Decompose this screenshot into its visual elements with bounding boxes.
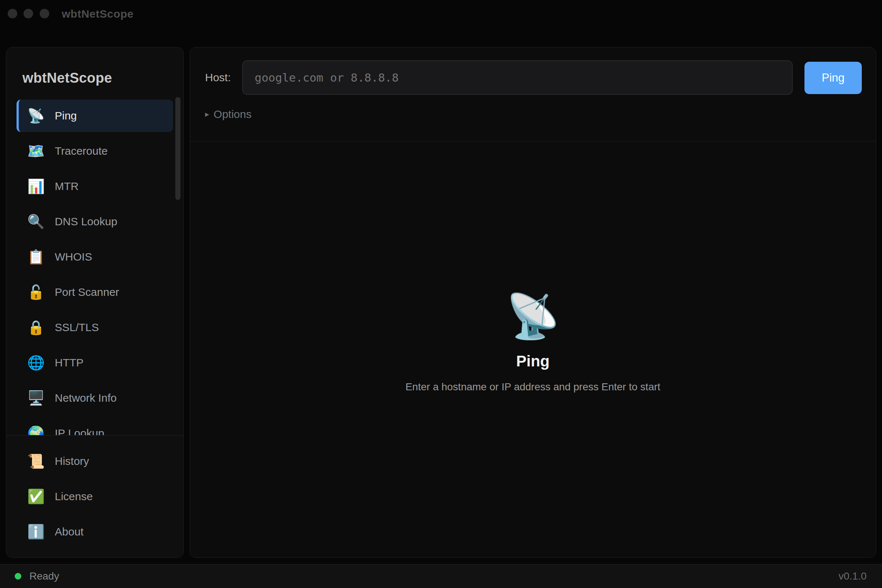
- sidebar-item-http[interactable]: 🌐 HTTP: [16, 346, 173, 379]
- world-map-icon: 🗺️: [28, 144, 45, 158]
- closed-lock-icon: 🔒: [28, 321, 45, 334]
- sidebar-item-label: WHOIS: [55, 250, 92, 263]
- sidebar-item-label: History: [55, 455, 89, 468]
- sidebar-item-label: IP Lookup: [55, 427, 104, 435]
- app-title: wbtNetScope: [22, 70, 112, 86]
- empty-state-title: Ping: [516, 352, 550, 370]
- sidebar-scrollbar-thumb[interactable]: [175, 97, 180, 200]
- sidebar-item-label: About: [55, 525, 83, 538]
- sidebar-item-label: SSL/TLS: [55, 321, 99, 334]
- sidebar-item-dns-lookup[interactable]: 🔍 DNS Lookup: [16, 206, 173, 238]
- app-version: v0.1.0: [838, 570, 867, 582]
- sidebar-item-label: License: [55, 490, 93, 503]
- sidebar-item-label: HTTP: [55, 357, 83, 369]
- ping-button[interactable]: Ping: [804, 62, 862, 94]
- window-close-button[interactable]: [8, 9, 17, 18]
- sidebar-item-label: Traceroute: [55, 145, 108, 157]
- window-zoom-button[interactable]: [40, 9, 49, 18]
- sidebar-item-ping[interactable]: 📡 Ping: [16, 100, 173, 132]
- main-panel: Host: Ping ▸ Options 📡 Ping Enter a host…: [190, 47, 876, 558]
- sidebar-item-label: MTR: [55, 180, 79, 193]
- options-label: Options: [213, 108, 251, 120]
- sidebar-nav: 📡 Ping 🗺️ Traceroute 📊 MTR 🔍 DNS Lookup …: [6, 100, 183, 435]
- sidebar-item-traceroute[interactable]: 🗺️ Traceroute: [16, 135, 173, 167]
- earth-globe-icon: 🌍: [28, 426, 45, 435]
- satellite-antenna-icon: 📡: [28, 109, 45, 123]
- sidebar-item-history[interactable]: 📜 History: [16, 445, 173, 477]
- status-bar: Ready v0.1.0: [0, 564, 882, 588]
- desktop-computer-icon: 🖥️: [28, 391, 45, 405]
- sidebar-item-port-scanner[interactable]: 🔓 Port Scanner: [16, 276, 173, 308]
- globe-meridians-icon: 🌐: [28, 356, 45, 370]
- sidebar-item-mtr[interactable]: 📊 MTR: [16, 170, 173, 202]
- status-green-dot-icon: [15, 573, 21, 579]
- sidebar-item-label: Ping: [55, 110, 77, 122]
- disclosure-triangle-icon: ▸: [205, 110, 209, 118]
- satellite-dish-icon: 📡: [506, 294, 560, 338]
- sidebar-item-label: DNS Lookup: [55, 215, 117, 228]
- toolbar: Host: Ping ▸ Options: [190, 47, 876, 141]
- sidebar-item-network-info[interactable]: 🖥️ Network Info: [16, 382, 173, 414]
- window-minimize-button[interactable]: [24, 9, 33, 18]
- sidebar-item-whois[interactable]: 📋 WHOIS: [16, 241, 173, 273]
- clipboard-icon: 📋: [28, 250, 45, 264]
- bar-chart-icon: 📊: [28, 179, 45, 193]
- window-title: wbtNetScope: [62, 8, 134, 20]
- sidebar: wbtNetScope 📡 Ping 🗺️ Traceroute 📊 MTR 🔍…: [6, 47, 184, 558]
- sidebar-item-about[interactable]: ℹ️ About: [16, 516, 173, 548]
- sidebar-item-license[interactable]: ✅ License: [16, 480, 173, 513]
- host-label: Host:: [205, 60, 231, 95]
- open-lock-icon: 🔓: [28, 285, 45, 299]
- status-text: Ready: [29, 570, 59, 582]
- options-toggle[interactable]: ▸ Options: [205, 108, 251, 120]
- empty-state: 📡 Ping Enter a hostname or IP address an…: [190, 136, 876, 552]
- scroll-icon: 📜: [28, 454, 45, 468]
- window-titlebar: wbtNetScope: [0, 0, 882, 24]
- magnifying-glass-icon: 🔍: [28, 214, 45, 229]
- sidebar-bottom-section: 📜 History ✅ License ℹ️ About: [6, 435, 183, 558]
- host-input[interactable]: [242, 60, 793, 95]
- check-mark-icon: ✅: [28, 489, 45, 504]
- sidebar-item-label: Network Info: [55, 392, 117, 404]
- sidebar-item-ip-lookup[interactable]: 🌍 IP Lookup: [16, 417, 173, 435]
- sidebar-item-ssl-tls[interactable]: 🔒 SSL/TLS: [16, 311, 173, 344]
- sidebar-item-label: Port Scanner: [55, 286, 119, 298]
- empty-state-description: Enter a hostname or IP address and press…: [405, 381, 660, 393]
- info-icon: ℹ️: [28, 525, 45, 539]
